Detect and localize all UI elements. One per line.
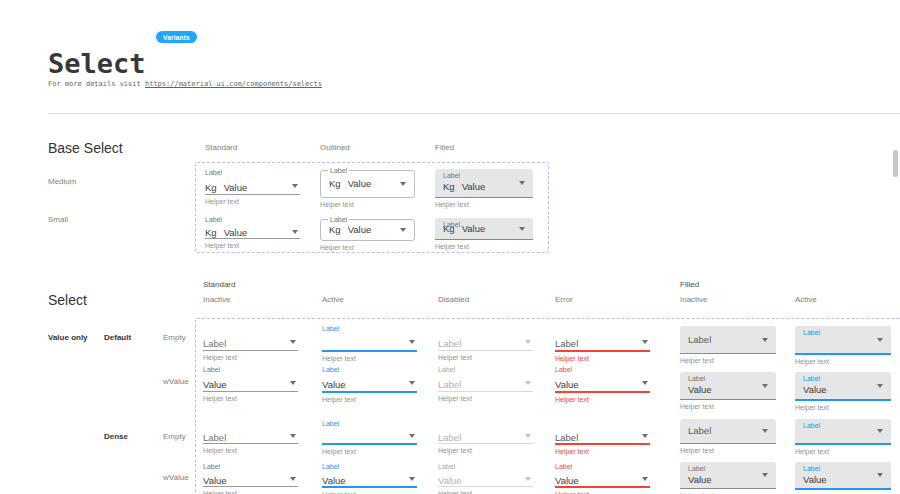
select-value: Label	[438, 379, 461, 390]
select-trigger[interactable]: Value	[203, 472, 298, 487]
divider	[48, 113, 900, 114]
select-value: Value	[224, 227, 248, 238]
select-label	[203, 419, 298, 429]
select-adornment: Kg	[329, 178, 341, 189]
helper-text: Helper text	[555, 396, 650, 403]
dropdown-arrow-icon	[642, 477, 648, 481]
select-label: Label	[555, 462, 650, 472]
select-trigger[interactable]: Label	[555, 334, 650, 352]
select-trigger[interactable]: LabelValue	[795, 372, 891, 401]
select-value: Label	[438, 338, 461, 349]
select-value: Value	[555, 475, 579, 486]
dropdown-arrow-icon	[762, 473, 768, 477]
helper-text: Helper text	[320, 201, 415, 208]
column-header: Active	[322, 295, 344, 304]
helper-text: Helper text	[322, 448, 417, 455]
select-trigger[interactable]: Label	[203, 429, 298, 444]
select-value: Label	[688, 334, 711, 345]
select-trigger[interactable]: Label	[680, 419, 776, 444]
select-cell: LabelKgValueHelper text	[435, 218, 533, 250]
select-trigger[interactable]: Label	[438, 429, 533, 444]
select-cell: LabelHelper text	[680, 326, 776, 364]
row-side-label: wValue	[163, 377, 189, 386]
select-value: Value	[348, 224, 372, 235]
select-value: KgValue	[329, 178, 371, 189]
select-trigger[interactable]: LabelKgValue	[320, 170, 415, 198]
select-trigger[interactable]	[322, 429, 417, 445]
dropdown-arrow-icon	[400, 182, 406, 186]
helper-text: Helper text	[203, 447, 298, 454]
select-trigger[interactable]: Label	[203, 334, 298, 351]
select-cell: LabelValueHelper text	[795, 372, 891, 411]
column-header: Filled	[435, 143, 454, 152]
select-trigger[interactable]: Label	[680, 326, 776, 354]
select-trigger[interactable]: LabelKgValue	[435, 169, 533, 198]
dropdown-arrow-icon	[290, 434, 296, 438]
select-cell: LabelHelper text	[322, 324, 417, 362]
subtitle: For more details visit https://material-…	[48, 80, 322, 88]
select-trigger[interactable]: Value	[438, 472, 533, 487]
dropdown-arrow-icon	[290, 340, 296, 344]
select-cell: LabelValueHelper text	[555, 365, 650, 403]
column-header: Outlined	[320, 143, 350, 152]
select-trigger[interactable]: Value	[203, 375, 298, 392]
select-trigger[interactable]: KgValue	[205, 225, 300, 239]
select-trigger[interactable]: LabelValue	[680, 372, 776, 400]
select-cell: LabelValueHelper text	[680, 462, 776, 494]
select-value: Label	[438, 432, 461, 443]
select-trigger[interactable]: KgValue	[205, 178, 300, 195]
select-trigger[interactable]: LabelValue	[680, 462, 776, 489]
select-value: Value	[688, 384, 712, 395]
select-label	[555, 419, 650, 429]
helper-text: Helper text	[205, 198, 300, 205]
select-value: Value	[803, 474, 827, 485]
select-label: Label	[205, 168, 300, 178]
select-trigger[interactable]: Value	[555, 375, 650, 393]
dropdown-arrow-icon	[762, 384, 768, 388]
select-value: Value	[348, 178, 372, 189]
select-trigger[interactable]: Label	[438, 334, 533, 351]
select-label: Label	[688, 465, 705, 472]
select-cell: LabelKgValueHelper text	[320, 219, 415, 251]
select-adornment: Kg	[329, 224, 341, 235]
dropdown-arrow-icon	[519, 181, 525, 185]
select-cell: LabelValueHelper text	[555, 462, 650, 494]
helper-text: Helper text	[435, 243, 533, 250]
select-label: Label	[803, 465, 820, 472]
select-value: Label	[555, 432, 578, 443]
select-trigger[interactable]	[322, 334, 417, 352]
select-trigger[interactable]: Label	[438, 375, 533, 392]
select-value: KgValue	[329, 224, 371, 235]
dropdown-arrow-icon	[642, 434, 648, 438]
select-adornment: Kg	[443, 223, 455, 234]
row-group-label: Value only	[48, 333, 88, 342]
scrollbar-thumb[interactable]	[893, 150, 898, 177]
select-trigger[interactable]: Label	[795, 419, 891, 445]
select-trigger[interactable]: LabelKgValue	[320, 219, 415, 241]
dropdown-arrow-icon	[400, 228, 406, 232]
select-trigger[interactable]: Label	[795, 326, 891, 355]
column-header: Inactive	[680, 295, 708, 304]
select-trigger[interactable]: LabelValue	[795, 462, 891, 490]
select-label: Label	[328, 216, 349, 224]
dropdown-arrow-icon	[409, 434, 415, 438]
select-label: Label	[203, 365, 298, 375]
select-value: Value	[438, 475, 462, 486]
select-trigger[interactable]: Value	[555, 472, 650, 488]
dropdown-arrow-icon	[525, 477, 531, 481]
select-trigger[interactable]: Label	[555, 429, 650, 445]
select-trigger[interactable]: Value	[322, 472, 417, 488]
helper-text: Helper text	[203, 354, 298, 361]
select-value: Value	[203, 379, 227, 390]
helper-text: Helper text	[555, 448, 650, 455]
docs-link[interactable]: https://material-ui.com/components/selec…	[145, 80, 322, 88]
select-trigger[interactable]: LabelKgValue	[435, 218, 533, 240]
select-value: Value	[555, 379, 579, 390]
select-label	[203, 324, 298, 334]
dropdown-arrow-icon	[762, 429, 768, 433]
select-adornment: Kg	[205, 182, 217, 193]
select-cell: LabelHelper text	[322, 419, 417, 455]
select-trigger[interactable]: Value	[322, 375, 417, 393]
select-label: Label	[803, 422, 820, 429]
dropdown-arrow-icon	[292, 184, 298, 188]
